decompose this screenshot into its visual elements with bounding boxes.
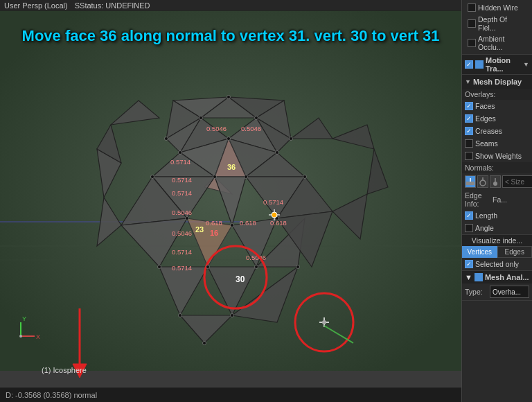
svg-text:0.618: 0.618 — [270, 219, 287, 227]
svg-point-83 — [151, 175, 154, 179]
svg-point-102 — [493, 182, 497, 186]
svg-text:0.5714: 0.5714 — [172, 248, 192, 256]
show-weights-checkbox[interactable] — [465, 152, 473, 160]
hidden-wire-label: Hidden Wire — [478, 3, 526, 12]
creases-checkbox[interactable] — [465, 127, 473, 135]
normals-header: Normals: — [462, 162, 532, 173]
ambient-occlusion-checkbox[interactable] — [468, 39, 476, 47]
normals-size-input[interactable] — [502, 175, 532, 188]
svg-point-90 — [206, 265, 210, 269]
svg-point-87 — [186, 217, 189, 220]
mesh-display-arrow: ▼ — [465, 78, 471, 85]
depth-field-checkbox[interactable] — [468, 19, 476, 28]
seams-row[interactable]: Seams — [462, 137, 532, 150]
normals-row — [462, 173, 532, 190]
seams-label: Seams — [475, 139, 529, 148]
show-weights-label: Show Weights — [475, 152, 529, 160]
status-label: SStatus: UNDEFINED — [75, 1, 150, 10]
motion-trails-section: Motion Tra... ▼ — [462, 55, 532, 75]
motion-icon — [475, 60, 484, 69]
svg-point-77 — [255, 116, 258, 120]
edges-label: Edges — [475, 114, 529, 123]
edges-tab[interactable]: Edges — [497, 246, 533, 258]
mesh-display-header[interactable]: ▼ Mesh Display — [462, 75, 532, 89]
svg-rect-98 — [466, 182, 475, 185]
angle-row[interactable]: Angle — [462, 222, 532, 234]
show-weights-row[interactable]: Show Weights — [462, 150, 532, 162]
svg-point-86 — [245, 175, 248, 179]
svg-point-89 — [231, 224, 234, 227]
svg-point-79 — [290, 137, 293, 141]
svg-text:0.5714: 0.5714 — [170, 158, 190, 166]
creases-row[interactable]: Creases — [462, 125, 532, 137]
motion-trails-checkbox[interactable] — [465, 60, 473, 69]
edges-checkbox[interactable] — [465, 114, 473, 123]
vertex-normal-btn[interactable] — [490, 175, 501, 188]
svg-point-76 — [200, 116, 203, 120]
svg-text:0.5714: 0.5714 — [172, 176, 192, 184]
svg-text:X: X — [36, 333, 40, 340]
selected-only-checkbox[interactable] — [465, 260, 473, 268]
faces-row[interactable]: Faces — [462, 100, 532, 112]
depth-field-row[interactable]: Depth Of Fiel... — [465, 14, 529, 33]
svg-text:0.5046: 0.5046 — [172, 209, 192, 216]
length-checkbox[interactable] — [465, 211, 473, 220]
svg-point-75 — [227, 96, 231, 99]
mesh-anal-arrow: ▼ — [465, 273, 472, 281]
faces-checkbox[interactable] — [465, 102, 473, 110]
svg-text:0.5714: 0.5714 — [172, 189, 192, 197]
d-value: D: -0.3568 (0.3568) normal — [6, 391, 97, 399]
svg-text:23: 23 — [195, 225, 204, 234]
creases-label: Creases — [475, 127, 529, 135]
mesh-display-label: Mesh Display — [473, 78, 529, 86]
edge-fa-label: Fa... — [493, 195, 507, 204]
right-panel: Hidden Wire Depth Of Fiel... Ambient Occ… — [461, 0, 532, 402]
svg-point-81 — [276, 151, 279, 155]
svg-point-80 — [179, 151, 182, 155]
motion-trails-arrow: ▼ — [523, 61, 529, 68]
hidden-wire-checkbox[interactable] — [468, 3, 476, 12]
motion-trails-header[interactable]: Motion Tra... ▼ — [462, 55, 532, 74]
depth-field-label: Depth Of Fiel... — [478, 15, 526, 32]
svg-text:16: 16 — [210, 229, 218, 237]
visualize-tab-row: Vertices Edges — [462, 246, 532, 258]
svg-point-100 — [480, 180, 486, 186]
svg-point-78 — [165, 137, 168, 141]
hidden-wire-row[interactable]: Hidden Wire — [465, 1, 529, 14]
visualize-label: Visualize inde... — [462, 235, 532, 246]
angle-checkbox[interactable] — [465, 224, 473, 232]
mesh-anal-header[interactable]: ▼ Mesh Anal... — [462, 271, 532, 283]
type-value[interactable]: Overha... — [490, 286, 529, 298]
bottom-bar: D: -0.3568 (0.3568) normal — [0, 387, 461, 402]
svg-point-85 — [213, 175, 217, 179]
svg-text:0.618: 0.618 — [240, 219, 256, 227]
visualize-section: Visualize inde... Vertices Edges Selecte… — [462, 235, 532, 271]
face-normal-btn[interactable] — [465, 175, 476, 188]
loop-normal-btn[interactable] — [477, 175, 488, 188]
svg-point-93 — [296, 265, 300, 269]
mesh-anal-icon — [475, 273, 483, 281]
edge-info-row: Edge Info: Fa... — [462, 190, 532, 209]
svg-point-91 — [255, 265, 258, 269]
svg-point-94 — [179, 314, 182, 317]
svg-text:0.618: 0.618 — [206, 219, 222, 227]
ambient-occlusion-row[interactable]: Ambient Occlu... — [465, 33, 529, 53]
svg-point-97 — [272, 212, 277, 218]
svg-point-84 — [303, 175, 307, 179]
svg-point-95 — [231, 314, 234, 317]
type-row: Type: Overha... — [462, 283, 532, 300]
svg-text:30: 30 — [236, 274, 245, 284]
length-row[interactable]: Length — [462, 209, 532, 222]
seams-checkbox[interactable] — [465, 139, 473, 148]
svg-text:36: 36 — [227, 163, 236, 171]
selected-only-row[interactable]: Selected only — [462, 258, 532, 270]
mesh-anal-section: ▼ Mesh Anal... Type: Overha... — [462, 271, 532, 301]
svg-text:0.5046: 0.5046 — [241, 125, 261, 132]
edges-row[interactable]: Edges — [462, 112, 532, 125]
vertices-tab[interactable]: Vertices — [462, 246, 497, 258]
motion-trails-label: Motion Tra... — [486, 56, 521, 73]
edge-info-label: Edge Info: — [465, 191, 493, 208]
perspective-label: User Persp (Local) — [4, 1, 68, 10]
type-label: Type: — [465, 288, 487, 296]
svg-text:0.5046: 0.5046 — [172, 229, 192, 237]
